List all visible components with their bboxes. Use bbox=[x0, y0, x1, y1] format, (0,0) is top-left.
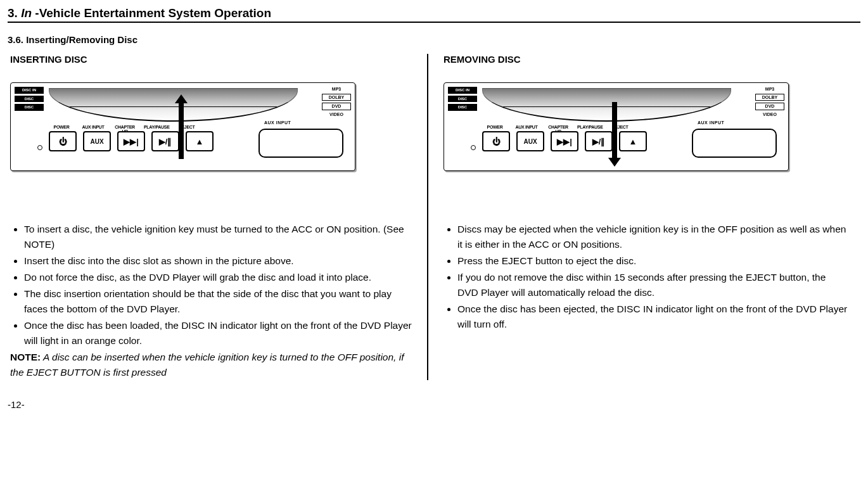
note-block: NOTE: A disc can be inserted when the ve… bbox=[10, 350, 414, 380]
page-number: -12- bbox=[8, 399, 860, 410]
aux-port bbox=[258, 129, 343, 158]
disc-logo-2: DISC bbox=[448, 104, 477, 111]
removing-bullet-list: Discs may be ejected when the vehicle ig… bbox=[444, 222, 848, 332]
note-body: A disc can be inserted when the vehicle … bbox=[10, 352, 404, 378]
power-button[interactable]: ⏻ bbox=[49, 131, 77, 151]
list-item: Once the disc has been loaded, the DISC … bbox=[24, 318, 414, 348]
aux-input-text: AUX INPUT bbox=[264, 120, 291, 125]
chapter-number: 3. bbox=[8, 6, 18, 20]
disc-in-logo: DISC IN bbox=[448, 87, 477, 94]
video-logo: VIDEO bbox=[755, 112, 784, 117]
removing-heading: REMOVING DISC bbox=[444, 54, 848, 65]
list-item: The disc insertion orientation should be… bbox=[24, 286, 414, 317]
indicator-dot bbox=[471, 145, 476, 150]
dvd-player-panel-remove: DISC IN DISC DISC MP3 DOLBY DVD VIDEO AU… bbox=[444, 82, 789, 171]
aux-port bbox=[692, 129, 777, 158]
aux-button[interactable]: AUX bbox=[516, 131, 544, 151]
eject-arrow-icon bbox=[612, 102, 617, 159]
chapter-rest: -Vehicle Entertainment System Operation bbox=[32, 6, 271, 20]
dolby-logo: DOLBY bbox=[322, 94, 351, 101]
list-item: Press the EJECT button to eject the disc… bbox=[457, 253, 848, 269]
dvd-logo: DVD bbox=[322, 103, 351, 110]
mp3-logo: MP3 bbox=[755, 87, 784, 92]
left-logo-cluster: DISC IN DISC DISC bbox=[448, 87, 477, 113]
eject-button[interactable]: ▲ bbox=[619, 131, 647, 151]
button-row: ⏻ AUX ▶▶| ▶/‖ ▲ bbox=[49, 131, 214, 151]
disc-logo-1: DISC bbox=[448, 96, 477, 103]
aux-button[interactable]: AUX bbox=[83, 131, 111, 151]
list-item: Insert the disc into the disc slot as sh… bbox=[24, 253, 414, 269]
insert-arrow-icon bbox=[179, 102, 184, 159]
list-item: Discs may be ejected when the vehicle ig… bbox=[457, 222, 848, 252]
right-column: REMOVING DISC DISC IN DISC DISC MP3 DOLB… bbox=[427, 54, 860, 380]
play-pause-button[interactable]: ▶/‖ bbox=[151, 131, 179, 151]
two-column-layout: INSERTING DISC DISC IN DISC DISC MP3 DOL… bbox=[8, 54, 860, 380]
list-item: Do not force the disc, as the DVD Player… bbox=[24, 270, 414, 285]
button-row: ⏻ AUX ▶▶| ▶/‖ ▲ bbox=[482, 131, 647, 151]
aux-input-text: AUX INPUT bbox=[698, 120, 724, 125]
chapter-up-button[interactable]: ▶▶| bbox=[117, 131, 145, 151]
video-logo: VIDEO bbox=[322, 112, 351, 117]
power-button[interactable]: ⏻ bbox=[482, 131, 510, 151]
dvd-player-panel-insert: DISC IN DISC DISC MP3 DOLBY DVD VIDEO AU… bbox=[10, 82, 355, 171]
list-item: Once the disc has been ejected, the DISC… bbox=[457, 302, 848, 332]
page-title: 3. In -Vehicle Entertainment System Oper… bbox=[8, 6, 860, 23]
chapter-italic: In bbox=[21, 6, 32, 20]
indicator-dot bbox=[37, 145, 42, 150]
note-prefix: NOTE: bbox=[10, 352, 41, 362]
disc-slot bbox=[49, 88, 298, 122]
inserting-heading: INSERTING DISC bbox=[10, 54, 414, 65]
disc-in-logo: DISC IN bbox=[15, 87, 44, 94]
list-item: To insert a disc, the vehicle ignition k… bbox=[24, 222, 414, 252]
right-logo-cluster: MP3 DOLBY DVD VIDEO bbox=[755, 87, 784, 119]
dvd-logo: DVD bbox=[755, 103, 784, 110]
mp3-logo: MP3 bbox=[322, 87, 351, 92]
inserting-bullet-list: To insert a disc, the vehicle ignition k… bbox=[10, 222, 414, 348]
list-item: If you do not remove the disc within 15 … bbox=[457, 270, 848, 300]
section-title: 3.6. Inserting/Removing Disc bbox=[8, 34, 860, 45]
left-logo-cluster: DISC IN DISC DISC bbox=[15, 87, 44, 113]
disc-slot bbox=[482, 88, 731, 122]
chapter-up-button[interactable]: ▶▶| bbox=[551, 131, 578, 151]
dolby-logo: DOLBY bbox=[755, 94, 784, 101]
left-column: INSERTING DISC DISC IN DISC DISC MP3 DOL… bbox=[8, 54, 427, 380]
disc-logo-1: DISC bbox=[15, 96, 44, 103]
play-pause-button[interactable]: ▶/‖ bbox=[585, 131, 613, 151]
disc-logo-2: DISC bbox=[15, 104, 44, 111]
right-logo-cluster: MP3 DOLBY DVD VIDEO bbox=[322, 87, 351, 119]
eject-button[interactable]: ▲ bbox=[186, 131, 214, 151]
